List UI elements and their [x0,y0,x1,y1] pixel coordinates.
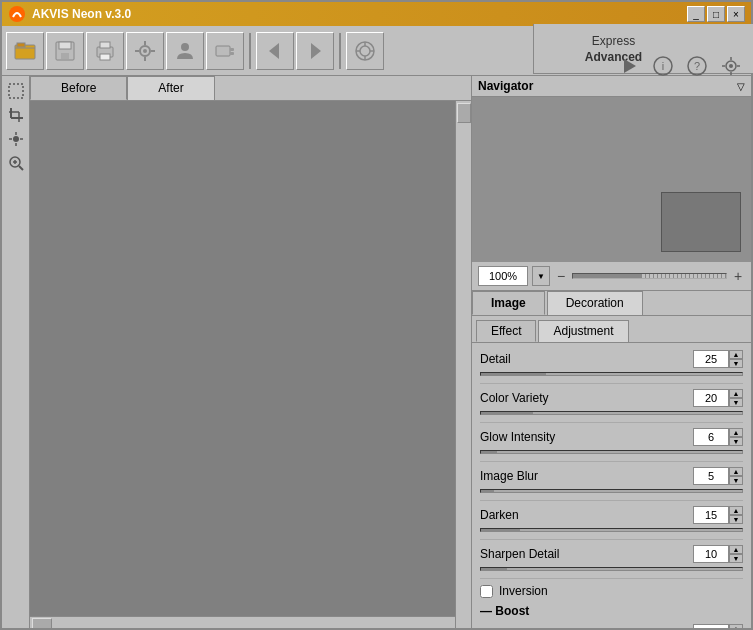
adjustment-subtab[interactable]: Adjustment [538,320,628,342]
image-blur-label: Image Blur [480,469,538,483]
navigator-zoom-controls: 100% ▼ − + [472,262,751,291]
preferences-button[interactable] [717,52,745,80]
glow-intensity-label: Glow Intensity [480,430,555,444]
svg-rect-16 [216,46,230,56]
titlebar-controls: _ □ × [687,6,745,22]
svg-text:?: ? [694,60,700,72]
decoration-tab[interactable]: Decoration [547,291,643,315]
effect-subtab[interactable]: Effect [476,320,536,342]
color-variety-input[interactable] [693,389,729,407]
crop-tool[interactable] [5,104,27,126]
pan-tool[interactable] [5,128,27,150]
svg-rect-8 [100,54,110,60]
detail-input[interactable] [693,350,729,368]
svg-text:i: i [662,60,664,72]
divider-3 [480,461,743,462]
image-blur-slider[interactable] [480,489,743,493]
after-tab[interactable]: After [127,76,214,100]
navigator-collapse-icon[interactable]: ▽ [737,81,745,92]
detail-slider[interactable] [480,372,743,376]
zoom-out-button[interactable]: − [554,269,568,283]
maximize-button[interactable]: □ [707,6,725,22]
express-tab[interactable]: Express [584,33,643,49]
canvas-view[interactable] [30,101,471,630]
svg-rect-38 [9,84,23,98]
detail-increment[interactable]: ▲ [729,350,743,359]
image-blur-decrement[interactable]: ▼ [729,476,743,485]
print-button[interactable] [86,32,124,70]
back-button[interactable] [256,32,294,70]
sharpen-detail-input[interactable] [693,545,729,563]
app-title: AKVIS Neon v.3.0 [32,7,131,21]
zoom-dropdown-button[interactable]: ▼ [532,266,550,286]
settings-button[interactable] [126,32,164,70]
canvas-vertical-scrollbar[interactable] [455,101,471,630]
inversion-checkbox[interactable] [480,585,493,598]
mode-area: Express Advanced i ? [533,24,753,74]
glow-intensity-decrement[interactable]: ▼ [729,437,743,446]
svg-marker-19 [269,43,279,59]
person-button[interactable] [166,32,204,70]
svg-rect-4 [59,42,71,49]
navigator-viewport-indicator [661,192,741,252]
svg-rect-7 [100,42,110,48]
extra-detail-increment[interactable]: ▲ [729,624,743,630]
minimize-button[interactable]: _ [687,6,705,22]
mode-controls: i ? [615,52,745,80]
sub-tabs: Effect Adjustment [472,316,751,343]
image-blur-input[interactable] [693,467,729,485]
darken-setting: Darken ▲ ▼ [472,503,751,537]
svg-marker-20 [311,43,321,59]
inversion-row: Inversion [472,581,751,601]
sharpen-detail-slider[interactable] [480,567,743,571]
detail-decrement[interactable]: ▼ [729,359,743,368]
color-variety-value-box: ▲ ▼ [693,389,743,407]
help-button[interactable]: ? [683,52,711,80]
canvas-horizontal-scrollbar[interactable] [30,616,455,630]
zoom-in-button[interactable]: + [731,269,745,283]
detail-label: Detail [480,352,511,366]
image-blur-setting: Image Blur ▲ ▼ [472,464,751,498]
glow-intensity-slider[interactable] [480,450,743,454]
extra-detail-label: Extra Detail [480,626,542,630]
boost-section-label: — Boost [472,601,751,621]
run-button[interactable] [346,32,384,70]
image-tab[interactable]: Image [472,291,545,315]
image-blur-spinbox: ▲ ▼ [729,467,743,485]
glow-intensity-increment[interactable]: ▲ [729,428,743,437]
plugin-button[interactable] [206,32,244,70]
extra-detail-spinbox: ▲ ▼ [729,624,743,630]
extra-detail-input[interactable] [693,624,729,630]
darken-input[interactable] [693,506,729,524]
sharpen-detail-value-box: ▲ ▼ [693,545,743,563]
darken-increment[interactable]: ▲ [729,506,743,515]
open-file-button[interactable] [6,32,44,70]
color-variety-decrement[interactable]: ▼ [729,398,743,407]
before-tab[interactable]: Before [30,76,127,100]
sharpen-detail-decrement[interactable]: ▼ [729,554,743,563]
svg-rect-2 [17,43,25,47]
image-blur-increment[interactable]: ▲ [729,467,743,476]
sharpen-detail-setting: Sharpen Detail ▲ ▼ [472,542,751,576]
color-variety-increment[interactable]: ▲ [729,389,743,398]
darken-decrement[interactable]: ▼ [729,515,743,524]
darken-slider[interactable] [480,528,743,532]
svg-point-10 [143,49,147,53]
forward-button[interactable] [296,32,334,70]
svg-rect-5 [61,53,69,59]
color-variety-slider[interactable] [480,411,743,415]
sharpen-detail-increment[interactable]: ▲ [729,545,743,554]
close-button[interactable]: × [727,6,745,22]
zoom-value-display: 100% [478,266,528,286]
extra-detail-value-box: ▲ ▼ [693,624,743,630]
titlebar: AKVIS Neon v.3.0 _ □ × [2,2,751,26]
zoom-track[interactable] [572,273,727,279]
marquee-tool[interactable] [5,80,27,102]
save-button[interactable] [46,32,84,70]
glow-intensity-input[interactable] [693,428,729,446]
info-button[interactable]: i [649,52,677,80]
navigator-preview [472,97,751,262]
zoom-tool[interactable] [5,152,27,174]
play-button[interactable] [615,52,643,80]
svg-point-33 [729,64,733,68]
